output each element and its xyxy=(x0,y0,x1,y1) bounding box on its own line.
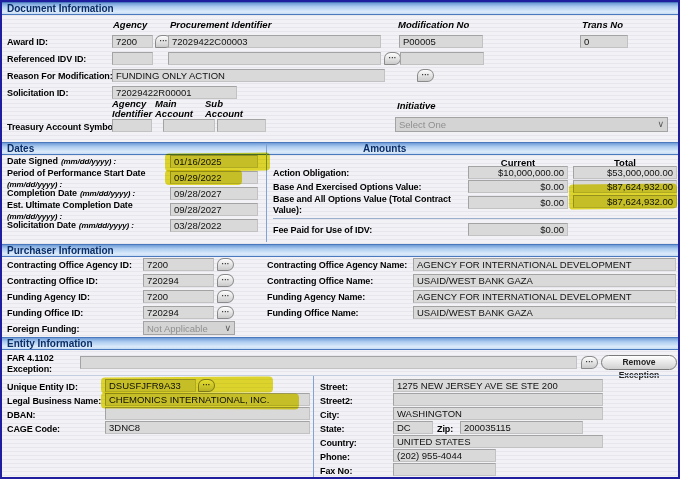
city-field[interactable]: WASHINGTON xyxy=(393,407,603,420)
ref-idv-modification-no-field[interactable] xyxy=(400,52,484,65)
award-agency-field[interactable]: 7200 xyxy=(112,35,153,48)
street2-label: Street2: xyxy=(320,396,353,407)
unique-entity-id-lookup-button[interactable]: ··· xyxy=(198,379,215,392)
tas-sub-account-header: Sub Account xyxy=(205,99,253,119)
section-header-document-information: Document Information xyxy=(2,2,678,15)
contracting-office-agency-id-field[interactable]: 7200 xyxy=(143,258,214,271)
foreign-funding-label: Foreign Funding: xyxy=(7,324,79,335)
award-modification-no-field[interactable]: P00005 xyxy=(399,35,483,48)
unique-entity-id-field[interactable]: DSUSFJFR9A33 xyxy=(105,379,196,392)
phone-field[interactable]: (202) 955-4044 xyxy=(393,449,496,462)
funding-agency-id-lookup-button[interactable]: ··· xyxy=(217,290,234,303)
tas-main-account-field[interactable] xyxy=(163,119,215,132)
dban-label: DBAN: xyxy=(7,410,36,421)
ellipsis-icon: ··· xyxy=(203,380,211,389)
pop-start-date-label: Period of Performance Start Date(mm/dd/y… xyxy=(7,168,169,190)
contracting-office-id-lookup-button[interactable]: ··· xyxy=(217,274,234,287)
legal-business-name-field[interactable]: CHEMONICS INTERNATIONAL, INC. xyxy=(105,393,310,406)
cage-code-label: CAGE Code: xyxy=(7,424,60,435)
legal-business-name-label: Legal Business Name: xyxy=(7,396,101,407)
column-header-procurement-identifier: Procurement Identifier xyxy=(170,20,271,30)
unique-entity-id-label: Unique Entity ID: xyxy=(7,382,78,393)
base-exercised-options-label: Base And Exercised Options Value: xyxy=(273,182,421,193)
tas-sub-account-field[interactable] xyxy=(217,119,266,132)
city-label: City: xyxy=(320,410,340,421)
country-field[interactable]: UNITED STATES xyxy=(393,435,603,448)
dates-amounts-divider xyxy=(266,143,267,242)
est-ultimate-completion-date-label: Est. Ultimate Completion Date(mm/dd/yyyy… xyxy=(7,200,167,222)
funding-agency-name-field[interactable]: AGENCY FOR INTERNATIONAL DEVELOPMENT xyxy=(413,290,676,303)
contracting-office-id-label: Contracting Office ID: xyxy=(7,276,98,287)
state-field[interactable]: DC xyxy=(393,421,433,434)
ellipsis-icon: ··· xyxy=(222,307,230,316)
date-signed-label: Date Signed(mm/dd/yyyy) : xyxy=(7,156,116,167)
section-title: Document Information xyxy=(7,3,114,14)
fax-no-field[interactable] xyxy=(393,463,496,476)
far-exception-field[interactable] xyxy=(80,356,577,369)
base-exercised-options-current-field[interactable]: $0.00 xyxy=(468,180,568,193)
ellipsis-icon: ··· xyxy=(422,70,430,79)
state-label: State: xyxy=(320,424,344,435)
tas-agency-identifier-field[interactable] xyxy=(112,119,152,132)
street2-field[interactable] xyxy=(393,393,603,406)
ellipsis-icon: ··· xyxy=(389,53,397,62)
dban-field[interactable] xyxy=(105,407,310,420)
section-title: Entity Information xyxy=(7,338,93,349)
remove-exception-button[interactable]: Remove Exception xyxy=(601,355,677,370)
funding-office-id-lookup-button[interactable]: ··· xyxy=(217,306,234,319)
reason-for-modification-field[interactable]: FUNDING ONLY ACTION xyxy=(112,69,385,82)
foreign-funding-selected-value: Not Applicable xyxy=(147,323,208,334)
chevron-down-icon: ∨ xyxy=(224,322,231,335)
fee-paid-idv-label: Fee Paid for Use of IDV: xyxy=(273,225,372,236)
action-obligation-total-field[interactable]: $53,000,000.00 xyxy=(573,166,677,179)
contracting-office-agency-name-field[interactable]: AGENCY FOR INTERNATIONAL DEVELOPMENT xyxy=(413,258,676,271)
zip-field[interactable]: 200035115 xyxy=(460,421,583,434)
award-trans-no-field[interactable]: 0 xyxy=(580,35,628,48)
action-obligation-label: Action Obligation: xyxy=(273,168,349,179)
contracting-office-agency-name-label: Contracting Office Agency Name: xyxy=(267,260,407,271)
reason-lookup-button[interactable]: ··· xyxy=(417,69,434,82)
contracting-office-id-field[interactable]: 720294 xyxy=(143,274,214,287)
country-label: Country: xyxy=(320,438,357,449)
award-procurement-id-field[interactable]: 72029422C00003 xyxy=(168,35,381,48)
contracting-office-name-label: Contracting Office Name: xyxy=(267,276,373,287)
section-header-entity-information: Entity Information xyxy=(2,337,678,350)
cage-code-field[interactable]: 3DNC8 xyxy=(105,421,310,434)
date-signed-field[interactable]: 01/16/2025 xyxy=(170,155,258,168)
funding-agency-id-label: Funding Agency ID: xyxy=(7,292,90,303)
pop-start-date-field[interactable]: 09/29/2022 xyxy=(170,171,258,184)
section-header-purchaser-information: Purchaser Information xyxy=(2,244,678,257)
initiative-header: Initiative xyxy=(397,101,436,111)
column-header-modification-no: Modification No xyxy=(398,20,469,30)
base-all-options-current-field[interactable]: $0.00 xyxy=(468,196,568,209)
contracting-office-agency-id-lookup-button[interactable]: ··· xyxy=(217,258,234,271)
est-ultimate-completion-date-field[interactable]: 09/28/2027 xyxy=(170,203,258,216)
funding-agency-id-field[interactable]: 7200 xyxy=(143,290,214,303)
fee-paid-idv-current-field[interactable]: $0.00 xyxy=(468,223,568,236)
completion-date-field[interactable]: 09/28/2027 xyxy=(170,187,258,200)
base-all-options-total-field[interactable]: $87,624,932.00 xyxy=(573,195,677,208)
chevron-down-icon: ∨ xyxy=(657,118,664,131)
ref-idv-agency-field[interactable] xyxy=(112,52,153,65)
tas-main-account-header: Main Account xyxy=(155,99,201,119)
base-exercised-options-total-field[interactable]: $87,624,932.00 xyxy=(573,180,677,193)
dates-section-title: Dates xyxy=(7,143,34,154)
far-exception-label-line2: Exception: xyxy=(7,364,52,375)
referenced-idv-id-label: Referenced IDV ID: xyxy=(7,54,86,65)
column-header-agency: Agency xyxy=(113,20,147,30)
foreign-funding-dropdown[interactable]: Not Applicable ∨ xyxy=(143,321,235,335)
ref-idv-lookup-button[interactable]: ··· xyxy=(384,52,401,65)
contracting-office-name-field[interactable]: USAID/WEST BANK GAZA xyxy=(413,274,676,287)
ref-idv-procurement-id-field[interactable] xyxy=(168,52,381,65)
solicitation-date-field[interactable]: 03/28/2022 xyxy=(170,219,258,232)
street-field[interactable]: 1275 NEW JERSEY AVE SE STE 200 xyxy=(393,379,603,392)
base-all-options-label: Base and All Options Value (Total Contra… xyxy=(273,194,467,216)
action-obligation-current-field[interactable]: $10,000,000.00 xyxy=(468,166,568,179)
far-exception-lookup-button[interactable]: ··· xyxy=(581,356,598,369)
funding-office-name-field[interactable]: USAID/WEST BANK GAZA xyxy=(413,306,676,319)
column-header-trans-no: Trans No xyxy=(582,20,623,30)
initiative-dropdown[interactable]: Select One ∨ xyxy=(395,117,668,132)
funding-office-id-field[interactable]: 720294 xyxy=(143,306,214,319)
award-id-label: Award ID: xyxy=(7,37,48,48)
funding-agency-name-label: Funding Agency Name: xyxy=(267,292,365,303)
